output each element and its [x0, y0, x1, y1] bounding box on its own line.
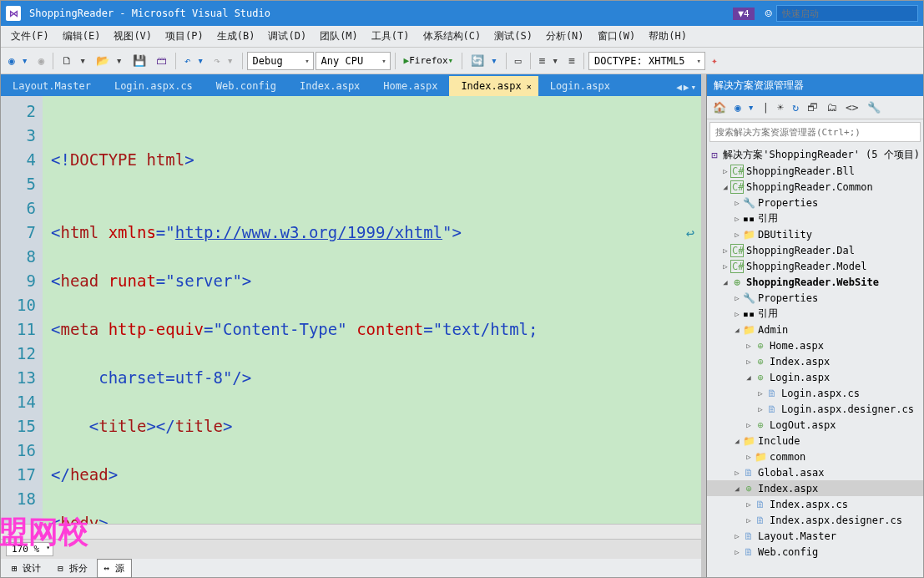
- sync-icon[interactable]: ↻: [790, 99, 801, 115]
- indent-button[interactable]: ≡ ▾: [535, 52, 563, 69]
- tab-login-aspx[interactable]: Login.aspx: [538, 76, 622, 96]
- node-index-aspx-root[interactable]: ◢⊕Index.aspx: [707, 480, 923, 496]
- pending-changes-icon[interactable]: ☀: [775, 99, 786, 115]
- browser-link-button[interactable]: 🔄 ▾: [467, 52, 502, 69]
- close-icon[interactable]: ✕: [527, 82, 532, 91]
- code-content[interactable]: <!DOCTYPE html> <html xmlns="http://www.…: [43, 96, 701, 524]
- menu-edit[interactable]: 编辑(E): [56, 26, 108, 47]
- node-references-2[interactable]: ▷▪▪引用: [707, 306, 923, 322]
- menu-team[interactable]: 团队(M): [313, 26, 365, 47]
- menu-help[interactable]: 帮助(H): [642, 26, 694, 47]
- zoom-combo[interactable]: 170 %: [6, 542, 53, 556]
- menu-view[interactable]: 视图(V): [107, 26, 159, 47]
- aspx-icon: ⊕: [754, 340, 767, 352]
- menu-file[interactable]: 文件(F): [4, 26, 56, 47]
- menu-build[interactable]: 生成(B): [210, 26, 262, 47]
- project-website[interactable]: ◢⊕ShoppingReader.WebSite: [707, 274, 923, 290]
- folder-icon: 📁: [742, 324, 755, 336]
- open-file-button[interactable]: 📂 ▾: [92, 52, 127, 69]
- horizontal-scrollbar[interactable]: [1, 524, 701, 539]
- node-login-cs[interactable]: ▷🗎Login.aspx.cs: [707, 385, 923, 401]
- code-editor[interactable]: 23456789101112131415161718 <!DOCTYPE htm…: [1, 96, 701, 524]
- tab-prev-icon[interactable]: ◀: [676, 82, 682, 93]
- redo-button[interactable]: ↷ ▾: [210, 52, 237, 69]
- validate-button[interactable]: ✦: [707, 52, 722, 69]
- solution-node[interactable]: ⊡解决方案'ShoppingReader' (5 个项目): [707, 147, 923, 163]
- toolbar: ◉ ▾ ◉ 🗋 ▾ 📂 ▾ 💾 🗃 ↶ ▾ ↷ ▾ Debug Any CPU …: [1, 48, 923, 74]
- show-all-icon[interactable]: 🗂: [824, 99, 840, 115]
- preview-icon[interactable]: 🔧: [865, 99, 883, 115]
- new-project-button[interactable]: 🗋 ▾: [58, 52, 90, 69]
- save-button[interactable]: 💾: [129, 52, 150, 69]
- node-properties-2[interactable]: ▷🔧Properties: [707, 290, 923, 306]
- menu-debug[interactable]: 调试(D): [261, 26, 313, 47]
- node-index-cs[interactable]: ▷🗎Index.aspx.cs: [707, 496, 923, 512]
- project-bll[interactable]: ▷C#ShoppingReader.Bll: [707, 163, 923, 179]
- line-gutter: 23456789101112131415161718: [1, 96, 43, 524]
- node-references[interactable]: ▷▪▪引用: [707, 210, 923, 226]
- outdent-button[interactable]: ≡: [564, 52, 579, 69]
- design-tab[interactable]: ⊞ 设计: [4, 559, 48, 578]
- project-dal[interactable]: ▷C#ShoppingReader.Dal: [707, 242, 923, 258]
- collapse-icon[interactable]: 🗗: [805, 99, 820, 115]
- home-icon[interactable]: 🏠: [710, 99, 729, 115]
- node-layout-master[interactable]: ▷🗎Layout.Master: [707, 528, 923, 544]
- webproj-icon: ⊕: [730, 276, 744, 288]
- save-all-button[interactable]: 🗃: [152, 52, 171, 69]
- explorer-search-input[interactable]: [709, 122, 921, 142]
- editor-tabs: Layout.Master Login.aspx.cs Web.config I…: [1, 74, 701, 96]
- node-home-aspx[interactable]: ▷⊕Home.aspx: [707, 337, 923, 353]
- project-model[interactable]: ▷C#ShoppingReader.Model: [707, 258, 923, 274]
- node-web-config[interactable]: ▷🗎Web.config: [707, 544, 923, 560]
- nav-forward-button[interactable]: ◉: [33, 52, 48, 69]
- node-admin[interactable]: ◢📁Admin: [707, 322, 923, 337]
- tab-index-aspx-1[interactable]: Index.aspx: [288, 76, 371, 96]
- tab-webconfig[interactable]: Web.config: [204, 76, 288, 96]
- node-index-designer[interactable]: ▷🗎Index.aspx.designer.cs: [707, 512, 923, 528]
- node-common-folder[interactable]: ▷📁common: [707, 449, 923, 464]
- explorer-toolbar: 🏠 ◉ ▾ | ☀ ↻ 🗗 🗂 <> 🔧: [707, 96, 923, 119]
- node-index-aspx[interactable]: ▷⊕Index.aspx: [707, 353, 923, 369]
- start-button[interactable]: ▶ Firefox ▾: [400, 53, 458, 68]
- undo-button[interactable]: ↶ ▾: [180, 52, 208, 69]
- platform-combo[interactable]: Any CPU: [316, 52, 391, 70]
- project-common[interactable]: ◢C#ShoppingReader.Common: [707, 179, 923, 195]
- properties-icon[interactable]: <>: [843, 99, 861, 115]
- node-dbutility[interactable]: ▷📁DBUtility: [707, 226, 923, 242]
- tab-layout-master[interactable]: Layout.Master: [1, 76, 103, 96]
- split-tab[interactable]: ⊟ 拆分: [50, 559, 94, 578]
- menu-tools[interactable]: 工具(T): [365, 26, 417, 47]
- notification-badge[interactable]: ▼4: [733, 8, 754, 20]
- source-tab[interactable]: ↔ 源: [97, 559, 132, 578]
- solution-explorer: 解决方案资源管理器 🏠 ◉ ▾ | ☀ ↻ 🗗 🗂 <> 🔧 ⊡解决方案'Sho…: [706, 74, 923, 577]
- menu-project[interactable]: 项目(P): [159, 26, 210, 47]
- csproj-icon: C#: [730, 244, 744, 257]
- quick-launch-input[interactable]: [776, 5, 918, 22]
- menu-test[interactable]: 测试(S): [487, 26, 539, 47]
- view-tabs: ⊞ 设计 ⊟ 拆分 ↔ 源: [1, 559, 701, 577]
- node-login-aspx[interactable]: ◢⊕Login.aspx: [707, 369, 923, 385]
- tab-dropdown-icon[interactable]: ▾: [690, 82, 696, 93]
- menu-analyze[interactable]: 分析(N): [539, 26, 591, 47]
- node-include[interactable]: ◢📁Include: [707, 433, 923, 449]
- feedback-icon[interactable]: ☺: [765, 7, 772, 20]
- node-global-asax[interactable]: ▷🗎Global.asax: [707, 464, 923, 480]
- menu-window[interactable]: 窗口(W): [591, 26, 643, 47]
- master-icon: 🗎: [742, 530, 755, 542]
- solution-tree[interactable]: ⊡解决方案'ShoppingReader' (5 个项目) ▷C#Shoppin…: [707, 144, 923, 577]
- menu-architecture[interactable]: 体系结构(C): [417, 26, 488, 47]
- node-properties[interactable]: ▷🔧Properties: [707, 195, 923, 210]
- config-combo[interactable]: Debug: [247, 52, 314, 70]
- doctype-combo[interactable]: DOCTYPE: XHTML5: [588, 52, 705, 70]
- node-login-designer[interactable]: ▷🗎Login.aspx.designer.cs: [707, 401, 923, 417]
- csproj-icon: C#: [730, 165, 744, 178]
- cs-file-icon: 🗎: [765, 403, 779, 415]
- node-logout-aspx[interactable]: ▷⊕LogOut.aspx: [707, 417, 923, 433]
- tab-index-aspx-active[interactable]: Index.aspx✕: [449, 76, 538, 96]
- tab-login-cs[interactable]: Login.aspx.cs: [103, 76, 204, 96]
- nav-back-button[interactable]: ◉ ▾: [4, 52, 32, 69]
- tab-next-icon[interactable]: ▶: [684, 82, 689, 93]
- tab-home-aspx[interactable]: Home.aspx: [371, 76, 449, 96]
- divider-icon[interactable]: ▭: [511, 52, 526, 69]
- back-icon[interactable]: ◉ ▾: [732, 99, 756, 115]
